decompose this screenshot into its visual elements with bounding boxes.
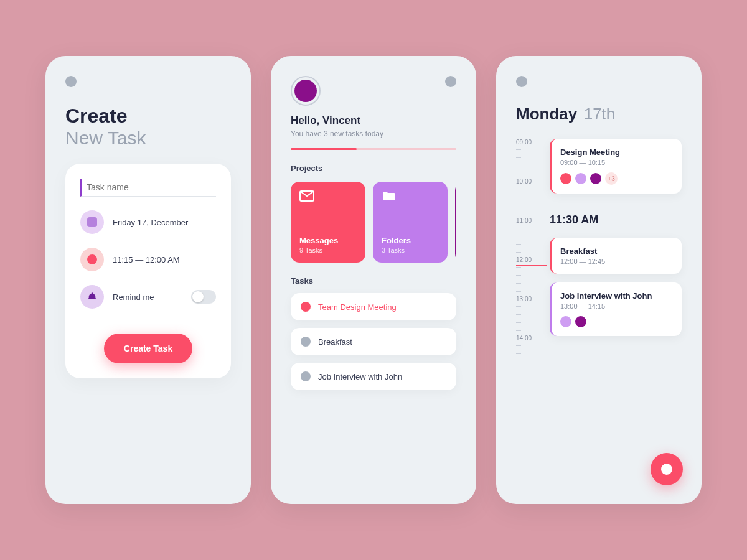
greeting-sub: You have 3 new tasks today	[291, 129, 456, 138]
attendee-more[interactable]: +3	[605, 172, 618, 185]
create-task-button[interactable]: Create Task	[104, 334, 192, 363]
progress-bar	[291, 148, 456, 150]
events-column: Design Meeting 09:00 — 10:15 +3 11:30 AM…	[550, 139, 682, 374]
status-dot	[516, 76, 527, 87]
timeline: 09:00 10:00 11:00 12:00 13:00 14:00 Desi…	[516, 139, 682, 374]
task-name: Team Design Meeting	[318, 302, 397, 312]
task-item[interactable]: Breakfast	[291, 328, 456, 355]
hour-label: 13:00	[516, 296, 541, 302]
tasks-heading: Tasks	[291, 276, 456, 286]
remind-row: Remind me	[80, 285, 216, 309]
remind-toggle[interactable]	[191, 290, 216, 304]
event-title: Job Interview with John	[560, 291, 673, 301]
event-title: Design Meeting	[560, 147, 673, 157]
event-card[interactable]: Design Meeting 09:00 — 10:15 +3	[550, 139, 682, 194]
task-status-dot	[301, 337, 311, 347]
project-title: Messages	[299, 236, 357, 245]
create-task-screen: Create New Task Friday 17, December 11:1…	[45, 56, 251, 504]
header-row	[291, 76, 456, 106]
project-title: Folders	[382, 236, 439, 245]
task-name-input[interactable]	[80, 179, 216, 197]
event-time: 13:00 — 14:15	[560, 302, 673, 310]
status-dot	[65, 76, 77, 87]
home-screen: Hello, Vincent You have 3 new tasks toda…	[271, 56, 476, 504]
attendee-dots	[560, 316, 673, 327]
projects-row[interactable]: Messages9 Tasks Folders3 Tasks Fo5 T	[291, 182, 456, 263]
hour-label: 14:00	[516, 335, 541, 342]
event-card[interactable]: Job Interview with John 13:00 — 14:15	[550, 282, 682, 336]
tasks-list: Team Design Meeting Breakfast Job Interv…	[291, 293, 456, 390]
clock-icon	[80, 248, 104, 271]
hour-label: 09:00	[516, 139, 541, 146]
projects-heading: Projects	[291, 164, 456, 173]
title-secondary: New Task	[65, 128, 231, 149]
remind-label: Remind me	[113, 292, 154, 302]
now-time: 11:30 AM	[550, 213, 682, 226]
event-card[interactable]: Breakfast 12:00 — 12:45	[550, 238, 682, 274]
attendee-dots: +3	[560, 172, 673, 185]
time-label: 11:15 — 12:00 AM	[113, 255, 180, 264]
hour-label: 12:00	[516, 256, 541, 263]
attendee-dot	[560, 173, 571, 184]
attendee-dot	[590, 173, 601, 184]
time-row[interactable]: 11:15 — 12:00 AM	[80, 248, 216, 271]
attendee-dot	[575, 316, 586, 327]
event-title: Breakfast	[560, 246, 673, 256]
greeting: Hello, Vincent	[291, 114, 456, 127]
task-status-dot	[301, 302, 311, 312]
now-indicator-line	[516, 265, 547, 266]
attendee-dot	[560, 316, 571, 327]
bell-icon	[80, 285, 104, 309]
task-item[interactable]: Job Interview with John	[291, 363, 456, 390]
project-card-folders[interactable]: Folders3 Tasks	[373, 182, 448, 263]
hour-label: 10:00	[516, 178, 541, 185]
project-card-shop[interactable]: Fo5 T	[455, 182, 456, 263]
add-event-button[interactable]	[651, 453, 683, 485]
hour-label: 11:00	[516, 217, 541, 224]
folder-icon	[382, 190, 397, 202]
attendee-dot	[575, 173, 586, 184]
date-row[interactable]: Friday 17, December	[80, 210, 216, 234]
task-name: Job Interview with John	[318, 372, 402, 381]
event-time: 09:00 — 10:15	[560, 159, 673, 166]
date-label: Friday 17, December	[113, 218, 188, 227]
day-name: Monday	[516, 105, 577, 123]
project-sub: 9 Tasks	[299, 246, 357, 254]
project-card-messages[interactable]: Messages9 Tasks	[291, 182, 365, 263]
project-sub: 3 Tasks	[382, 246, 439, 254]
event-time: 12:00 — 12:45	[560, 258, 673, 265]
calendar-icon	[80, 210, 104, 234]
avatar[interactable]	[291, 76, 321, 106]
task-name: Breakfast	[318, 337, 352, 347]
plus-icon	[661, 464, 672, 475]
menu-dot[interactable]	[445, 76, 456, 87]
mail-icon	[299, 190, 314, 202]
task-item[interactable]: Team Design Meeting	[291, 293, 456, 320]
day-number: 17th	[584, 105, 616, 123]
time-column: 09:00 10:00 11:00 12:00 13:00 14:00	[516, 139, 541, 374]
task-form-card: Friday 17, December 11:15 — 12:00 AM Rem…	[65, 164, 231, 378]
title-primary: Create	[65, 105, 231, 128]
calendar-screen: Monday 17th 09:00 10:00 11:00 12:00 13:0…	[496, 56, 702, 504]
task-status-dot	[301, 371, 311, 381]
